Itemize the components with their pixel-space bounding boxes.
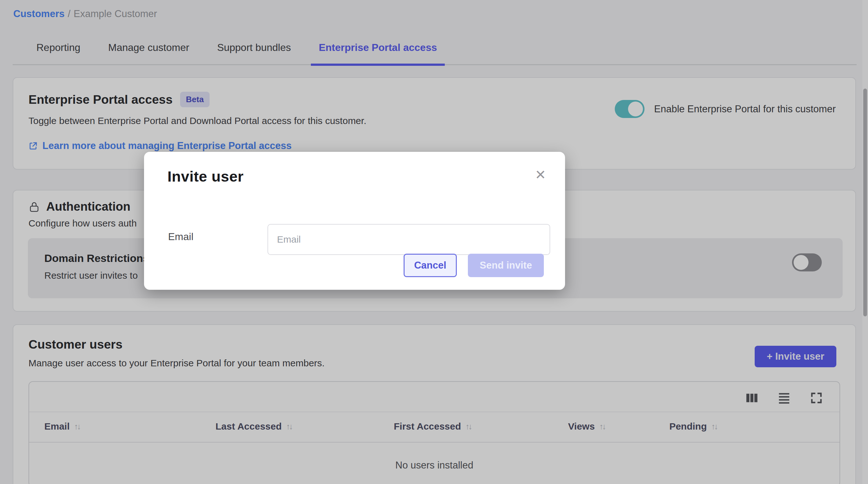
close-icon[interactable]: ✕: [532, 164, 549, 185]
enterprise-portal-access-page: Customers/Example Customer Reporting Man…: [0, 0, 868, 484]
invite-user-modal: Invite user ✕ Email Cancel Send invite: [144, 152, 565, 290]
send-invite-button[interactable]: Send invite: [468, 254, 544, 277]
email-label: Email: [168, 231, 193, 243]
cancel-button[interactable]: Cancel: [404, 254, 457, 277]
modal-title: Invite user: [167, 168, 244, 185]
email-field[interactable]: [268, 224, 550, 255]
